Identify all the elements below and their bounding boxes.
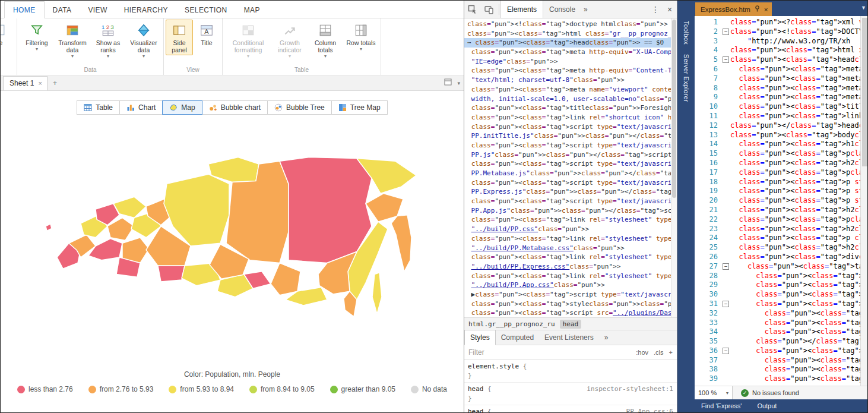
more-tabs-icon[interactable]: » xyxy=(581,5,590,14)
check-icon: ✓ xyxy=(741,389,749,397)
add-sheet-button[interactable]: + xyxy=(47,77,63,90)
server-explorer-tab[interactable]: Server Explorer xyxy=(683,54,690,102)
output-tab[interactable]: Output xyxy=(757,402,777,409)
scrollbar-thumb[interactable] xyxy=(672,20,676,198)
ranks-icon: 123 xyxy=(101,23,115,37)
view-map-button[interactable]: Map xyxy=(162,100,202,115)
view-tree-map-button[interactable]: Tree Map xyxy=(332,100,388,115)
css-rule[interactable]: head {PP.App.css:6 } xyxy=(464,405,677,412)
chevron-down-icon: ▾ xyxy=(360,47,362,52)
ribbon-toolbar: ate Filtering ▾ Transform data ▾ 123 xyxy=(1,18,464,75)
group-label-view: View xyxy=(166,66,220,75)
devtools-menu-icon[interactable]: ⋮ xyxy=(648,5,663,14)
css-rule[interactable]: head {inspector-stylesheet:1 } xyxy=(464,383,677,405)
sheet-tab[interactable]: Sheet 1 × xyxy=(3,76,47,90)
ribbon-group-data: Filtering ▾ Transform data ▾ 123 Show as… xyxy=(17,18,164,75)
growth-indicator-button[interactable]: Growth indicator ▾ xyxy=(272,20,308,61)
map-region[interactable] xyxy=(372,273,382,314)
stylesheet-link[interactable]: inspector-stylesheet:1 xyxy=(587,384,673,394)
devtools-tab-elements[interactable]: Elements xyxy=(500,1,543,18)
new-rule-button[interactable]: + xyxy=(669,349,673,356)
side-panel-button[interactable]: Side panel xyxy=(166,20,193,55)
breadcrumb-html[interactable]: html.gr__pp_prognoz_ru xyxy=(468,320,555,328)
column-totals-button[interactable]: Column totals ▾ xyxy=(308,20,343,61)
clipped-button[interactable]: ate xyxy=(1,20,15,48)
ribbon-group-table: Conditional formatting ▾ Growth indicato… xyxy=(223,18,381,75)
generic-icon xyxy=(1,23,5,37)
chevron-down-icon: ▾ xyxy=(36,47,38,52)
stylesheet-link[interactable]: PP.App.css:6 xyxy=(626,407,673,412)
chart-icon xyxy=(126,103,135,112)
devtools-code[interactable]: class="pun"><!class="tag">doctype htmlcl… xyxy=(464,18,671,317)
sheet-content: Table Chart Map Bubble chart Bubble Tree… xyxy=(1,91,464,412)
bubble-chart-icon xyxy=(209,103,217,112)
more-style-tabs-icon[interactable]: » xyxy=(599,330,614,345)
ribbon-tab-hierarchy[interactable]: HIERARCHY xyxy=(116,2,176,18)
transform-data-button[interactable]: Transform data ▾ xyxy=(55,20,90,61)
panel-layout-icon[interactable] xyxy=(444,78,452,89)
side-panel-icon xyxy=(172,23,186,37)
editor-tab-bar: ExpressBox.htm × ▼ xyxy=(677,1,868,16)
map-region[interactable] xyxy=(46,224,52,231)
ribbon-tab-selection[interactable]: SELECTION xyxy=(176,2,236,18)
show-as-ranks-button[interactable]: 123 Show as ranks ▾ xyxy=(90,20,126,61)
styles-filter-input[interactable] xyxy=(468,348,631,357)
pin-icon[interactable] xyxy=(755,5,760,13)
devtools-close-icon[interactable]: × xyxy=(663,5,677,14)
styles-filter-bar: :hov .cls + xyxy=(464,345,677,360)
map-region[interactable] xyxy=(88,239,122,260)
hov-toggle[interactable]: :hov xyxy=(636,349,648,356)
visualizer-data-button[interactable]: Visualizer data ▾ xyxy=(126,20,161,61)
editor-scrollbar[interactable] xyxy=(860,16,868,386)
filter-icon xyxy=(30,23,44,37)
ribbon-tab-view[interactable]: VIEW xyxy=(80,2,115,18)
styles-pane: element.style { } head {inspector-styles… xyxy=(464,360,677,412)
sheet-tab-bar: Sheet 1 × + ▾ xyxy=(1,75,464,91)
filtering-button[interactable]: Filtering ▾ xyxy=(19,20,55,53)
editor-tab-expressbox[interactable]: ExpressBox.htm × xyxy=(695,2,772,16)
cls-toggle[interactable]: .cls xyxy=(654,349,664,356)
scrollbar-thumb[interactable] xyxy=(862,18,867,166)
map-region[interactable] xyxy=(158,266,185,282)
ribbon-tab-home[interactable]: HOME xyxy=(4,1,45,18)
devtools-tab-console[interactable]: Console xyxy=(543,1,581,18)
toolbox-tab[interactable]: Toolbox xyxy=(683,21,690,45)
tab-computed[interactable]: Computed xyxy=(496,330,539,345)
map-region[interactable] xyxy=(280,157,372,263)
title-button[interactable]: A Title xyxy=(193,20,220,48)
inspect-element-icon[interactable] xyxy=(464,1,481,18)
legend-title: Color: Population, mln. People xyxy=(1,370,464,379)
view-bubble-chart-button[interactable]: Bubble chart xyxy=(202,100,268,115)
ribbon-tab-map[interactable]: MAP xyxy=(236,2,268,18)
row-totals-button[interactable]: Row totals ▾ xyxy=(343,20,379,53)
table-icon xyxy=(84,103,92,112)
tab-list-caret-icon[interactable]: ▼ xyxy=(861,5,866,11)
legend-label: from 2.76 to 5.93 xyxy=(100,385,154,393)
view-table-button[interactable]: Table xyxy=(77,100,120,115)
view-chart-button[interactable]: Chart xyxy=(120,100,163,115)
map-region[interactable] xyxy=(271,263,300,295)
editor-code[interactable]: 1class="pun"><?class="tag">xml version="… xyxy=(695,16,860,386)
legend-label: from 5.93 to 8.94 xyxy=(180,385,234,393)
breadcrumb-head[interactable]: head xyxy=(560,320,582,329)
devtools-scrollbar[interactable] xyxy=(671,18,677,317)
legend-item: less than 2.76 xyxy=(17,385,73,393)
tab-styles[interactable]: Styles xyxy=(464,330,496,345)
css-rule[interactable]: element.style { } xyxy=(464,360,677,383)
svg-text:3: 3 xyxy=(110,24,114,30)
find-results-tab[interactable]: Find 'Express' xyxy=(701,402,742,409)
close-tab-icon[interactable]: × xyxy=(764,6,768,13)
tab-event-listeners[interactable]: Event Listeners xyxy=(539,330,599,345)
device-toolbar-icon[interactable] xyxy=(481,1,498,18)
vs-side-strip: Toolbox Server Explorer xyxy=(677,16,695,399)
dropdown-caret-icon[interactable]: ▾ xyxy=(457,80,460,86)
svg-text:A: A xyxy=(204,28,209,35)
breadcrumb: html.gr__pp_prognoz_ru head xyxy=(464,317,677,330)
view-bubble-tree-button[interactable]: Bubble Tree xyxy=(268,100,332,115)
close-sheet-icon[interactable]: × xyxy=(38,80,42,87)
map-region[interactable] xyxy=(391,215,411,272)
ribbon-tab-data[interactable]: DATA xyxy=(45,2,80,18)
zoom-control[interactable]: 100 % ▾ xyxy=(695,386,733,399)
legend-swatch xyxy=(88,386,96,393)
conditional-formatting-button[interactable]: Conditional formatting ▾ xyxy=(224,20,272,61)
